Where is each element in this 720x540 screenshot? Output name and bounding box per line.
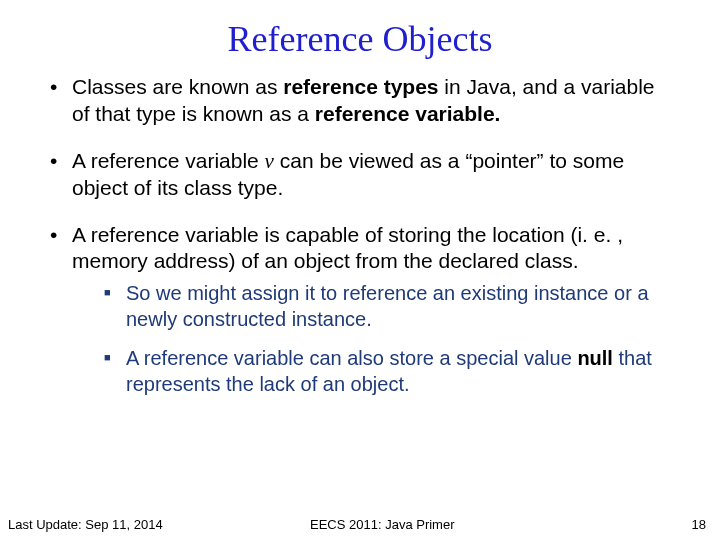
text: So we might assign it to reference an ex… xyxy=(126,282,649,330)
text: A reference variable can also store a sp… xyxy=(126,347,577,369)
bullet-3: A reference variable is capable of stori… xyxy=(46,222,674,398)
bold-text: reference variable. xyxy=(315,102,501,125)
text: A reference variable xyxy=(72,149,265,172)
variable-v: v xyxy=(265,149,274,173)
slide: Reference Objects Classes are known as r… xyxy=(0,0,720,540)
bold-text: reference types xyxy=(283,75,438,98)
null-keyword: null xyxy=(577,347,613,369)
footer-date: Last Update: Sep 11, 2014 xyxy=(8,517,163,532)
sub-bullet-list: So we might assign it to reference an ex… xyxy=(72,281,674,397)
bullet-2: A reference variable v can be viewed as … xyxy=(46,148,674,202)
slide-number: 18 xyxy=(692,517,706,532)
text: Classes are known as xyxy=(72,75,283,98)
bullet-1: Classes are known as reference types in … xyxy=(46,74,674,128)
footer: Last Update: Sep 11, 2014 EECS 2011: Jav… xyxy=(0,512,720,532)
sub-bullet-2: A reference variable can also store a sp… xyxy=(102,346,674,397)
sub-bullet-1: So we might assign it to reference an ex… xyxy=(102,281,674,332)
footer-course: EECS 2011: Java Primer xyxy=(310,517,455,532)
text: A reference variable is capable of stori… xyxy=(72,223,623,273)
bullet-list: Classes are known as reference types in … xyxy=(46,74,674,398)
slide-title: Reference Objects xyxy=(0,0,720,60)
slide-body: Classes are known as reference types in … xyxy=(0,74,720,398)
